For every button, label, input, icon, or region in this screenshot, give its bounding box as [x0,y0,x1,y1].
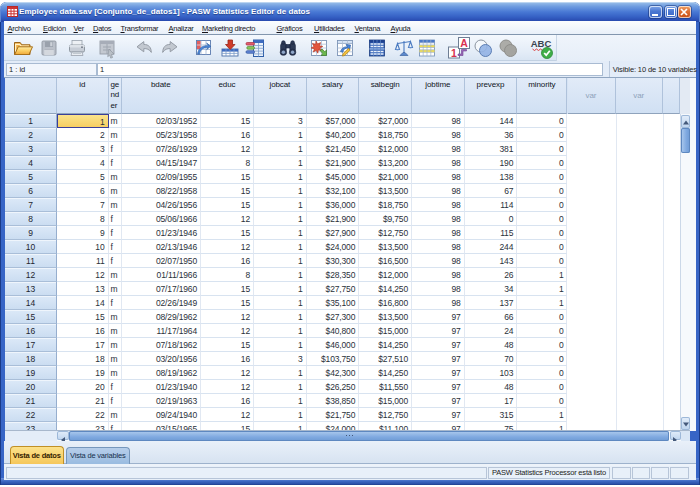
svg-text:A: A [460,37,468,49]
svg-text:1: 1 [451,47,457,59]
